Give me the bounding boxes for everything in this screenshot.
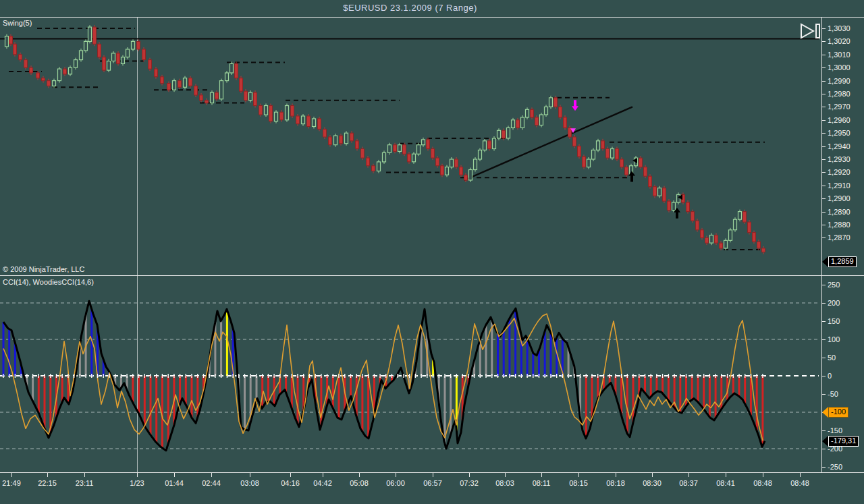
price-axis-label: 1,2870 (828, 233, 850, 242)
axis-tick (821, 225, 826, 225)
price-axis[interactable]: 1,3030 1,3020 1,3010 1,3000 1,2990 1,298… (820, 18, 864, 275)
time-tick (396, 473, 396, 477)
price-chart-canvas[interactable] (0, 18, 820, 275)
cci-chart-canvas[interactable] (0, 276, 820, 472)
time-label: 06:00 (386, 479, 405, 487)
axis-tick (821, 467, 826, 468)
axis-tick (821, 449, 826, 449)
time-axis-line (0, 472, 864, 473)
time-tick (323, 473, 323, 477)
price-axis-label: 1,2920 (828, 168, 850, 176)
axis-tick (821, 237, 826, 238)
axis-tick (821, 28, 826, 29)
time-label: 1/23 (130, 479, 144, 487)
price-axis-label: 1,2940 (828, 142, 850, 150)
cci-axis-label: -150 (828, 426, 842, 435)
badge-notch (822, 256, 828, 267)
cci-axis-label: 150 (828, 317, 840, 325)
price-axis-label: 1,2950 (828, 129, 850, 137)
axis-tick (821, 339, 826, 340)
time-tick (726, 473, 726, 477)
time-label: 08:03 (495, 479, 514, 487)
time-tick (211, 473, 212, 477)
time-label: 03:08 (240, 479, 259, 487)
time-axis[interactable]: 21:49 22:15 23:11 1/23 01:44 02:44 03:08… (0, 472, 864, 504)
price-axis-label: 1,3020 (828, 37, 850, 45)
time-label: 22:15 (38, 479, 57, 487)
price-axis-label: 1,3030 (828, 24, 850, 32)
cci-axis-label: 50 (828, 354, 836, 362)
time-label: 23:11 (76, 479, 94, 487)
time-tick (541, 473, 542, 477)
time-tick (137, 473, 138, 477)
time-label: 04:42 (313, 479, 332, 487)
chart-title: $EURUSD 23.1.2009 (7 Range) (0, 0, 820, 17)
time-label: 08:41 (716, 479, 735, 487)
cci-value-badge: -179,31 (822, 436, 859, 447)
axis-tick (821, 212, 826, 213)
time-tick (359, 473, 360, 477)
cci-indicator-label: CCI(14), WoodiesCCI(14,6) (3, 278, 94, 286)
time-tick (11, 473, 12, 477)
time-label: 08:48 (753, 479, 772, 487)
time-tick (84, 473, 85, 477)
time-label: 04:16 (281, 479, 300, 487)
time-tick (616, 473, 616, 477)
cci-axis-label: 0 (828, 372, 832, 380)
price-axis-label: 1,2990 (828, 77, 850, 85)
time-tick (250, 473, 250, 477)
axis-tick (821, 107, 826, 107)
axis-tick (821, 198, 826, 199)
time-tick (800, 473, 801, 477)
price-axis-label: 1,2880 (828, 221, 850, 229)
axis-tick (821, 67, 826, 68)
time-label: 08:48 (790, 479, 809, 487)
badge-notch (822, 407, 828, 418)
price-axis-label: 1,2890 (828, 208, 850, 216)
chart-window: $EURUSD 23.1.2009 (7 Range) Swing(5) © 2… (0, 0, 864, 504)
time-tick (174, 473, 175, 477)
time-tick (763, 473, 763, 477)
go-to-end-icon[interactable] (799, 22, 821, 40)
time-label: 01:44 (165, 479, 184, 487)
time-tick (578, 473, 579, 477)
axis-tick (821, 303, 826, 304)
cci-level-badge: -100 (822, 407, 848, 418)
time-label: 21:49 (2, 479, 21, 487)
price-axis-label: 1,3000 (828, 63, 850, 72)
copyright-label: © 2009 NinjaTrader, LLC (3, 265, 84, 273)
axis-tick (821, 41, 826, 42)
axis-tick (821, 120, 826, 121)
axis-tick (821, 159, 826, 160)
axis-tick (821, 133, 826, 134)
price-axis-label: 1,2910 (828, 181, 850, 190)
time-tick (469, 473, 470, 477)
last-price-badge: 1,2859 (822, 256, 857, 267)
cci-axis-label: -50 (828, 390, 838, 398)
cci-axis-label: 100 (828, 335, 840, 343)
axis-tick (821, 358, 826, 358)
axis-tick (821, 186, 826, 186)
time-tick (433, 473, 433, 477)
axis-tick (821, 321, 826, 322)
time-label: 08:15 (569, 479, 588, 487)
axis-tick (821, 172, 826, 173)
time-tick (505, 473, 506, 477)
time-label: 08:11 (533, 479, 551, 487)
axis-tick (821, 146, 826, 147)
time-label: 08:37 (679, 479, 698, 487)
time-label: 02:44 (202, 479, 221, 487)
time-tick (290, 473, 291, 477)
time-tick (652, 473, 653, 477)
cci-axis-label: 200 (828, 299, 840, 307)
cci-axis-label: 250 (828, 281, 840, 289)
axis-tick (821, 376, 826, 376)
time-label: 08:18 (606, 479, 625, 487)
axis-tick (821, 55, 826, 55)
price-indicator-label: Swing(5) (3, 19, 32, 27)
axis-tick (821, 81, 826, 82)
axis-tick (821, 430, 826, 431)
time-label: 07:32 (460, 479, 479, 487)
axis-tick (821, 285, 826, 285)
badge-notch (822, 436, 828, 447)
